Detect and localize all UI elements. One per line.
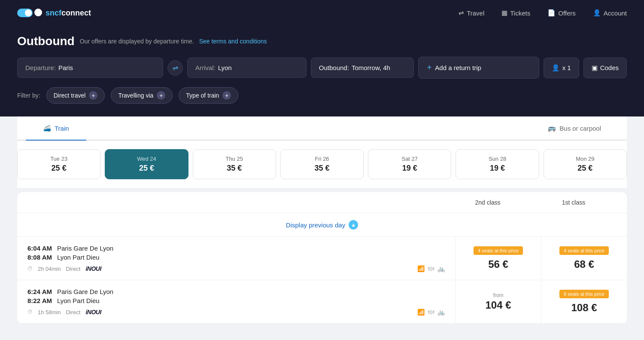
train-times-1: 6:24 AM Paris Gare De Lyon 8:22 AM Lyon …: [27, 288, 445, 304]
date-card-3[interactable]: Fri 26 35 €: [280, 149, 364, 179]
arrival-value: Lyon: [218, 64, 232, 71]
filter-type-of-train[interactable]: Type of train +: [179, 87, 238, 104]
tickets-icon: ▦: [501, 9, 507, 17]
search-bar: Departure: Paris ⇌ Arrival: Lyon Outboun…: [17, 57, 627, 79]
price-2nd-cell-0[interactable]: 4 seats at this price 56 €: [455, 237, 541, 280]
outbound-label: Outbound:: [319, 64, 349, 71]
arrive-time-1: 8:22 AM: [27, 297, 52, 304]
nav-offers[interactable]: 📄 Offers: [547, 9, 576, 17]
codes-label: Codes: [600, 64, 619, 71]
arrival-field[interactable]: Arrival: Lyon: [187, 58, 307, 78]
date-price-1: 25 €: [110, 164, 182, 173]
codes-button[interactable]: ▣ Codes: [583, 58, 627, 78]
train-amenities-1: 📶 🍽 🚲: [417, 309, 445, 315]
outbound-value: Tomorrow, 4h: [352, 64, 390, 71]
date-card-2[interactable]: Thu 25 35 €: [193, 149, 276, 179]
date-card-5[interactable]: Sun 28 19 €: [456, 149, 539, 179]
train-brand-1: iNOUI: [85, 309, 101, 315]
price-2nd-amount-0: 56 €: [488, 258, 508, 270]
nav-offers-label: Offers: [558, 9, 576, 17]
train-info-1: 6:24 AM Paris Gare De Lyon 8:22 AM Lyon …: [17, 280, 455, 323]
date-price-4: 19 €: [374, 164, 446, 173]
nav-account-label: Account: [604, 9, 627, 17]
passengers-count: x 1: [562, 64, 571, 71]
add-return-plus-icon: +: [427, 63, 432, 72]
price-2nd-cell-1[interactable]: from 104 €: [455, 280, 541, 323]
depart-time-0: 6:04 AM: [27, 245, 52, 252]
results-container: 2nd class 1st class Display previous day…: [17, 192, 627, 324]
swap-button[interactable]: ⇌: [167, 60, 183, 76]
logo-sncf: sncf: [46, 9, 61, 17]
tab-train[interactable]: 🚄 Train: [26, 116, 86, 141]
filter-via-plus-icon: +: [157, 91, 165, 100]
bus-tab-icon: 🚌: [548, 124, 556, 132]
display-previous-day[interactable]: Display previous day ▲: [17, 213, 627, 237]
departure-label: Departure:: [25, 64, 56, 71]
passengers-button[interactable]: 👤 x 1: [544, 58, 579, 78]
date-day-3: Fri 26: [286, 156, 358, 162]
account-icon: 👤: [593, 9, 601, 17]
class-1st-header: 1st class: [531, 199, 617, 206]
arrive-station-0: Lyon Part Dieu: [57, 254, 100, 261]
filter-type-label: Type of train: [186, 92, 219, 99]
nav-travel[interactable]: ⇌ Travel: [459, 9, 484, 17]
codes-icon: ▣: [592, 64, 598, 72]
date-card-0[interactable]: Tue 23 25 €: [17, 149, 100, 179]
date-price-3: 35 €: [286, 164, 358, 173]
price-2nd-amount-1: 104 €: [485, 299, 511, 311]
results-header: 2nd class 1st class: [17, 192, 627, 213]
date-card-6[interactable]: Mon 29 25 €: [544, 149, 627, 179]
trip-col-header: [27, 199, 445, 206]
tab-bus[interactable]: 🚌 Bus or carpool: [531, 116, 618, 141]
arrive-time-0: 8:08 AM: [27, 254, 52, 261]
seats-badge-2nd-0: 4 seats at this price: [474, 246, 523, 255]
train-amenities-0: 📶 🍽 🚲: [417, 265, 445, 272]
page-title: Outbound: [17, 34, 75, 48]
date-card-4[interactable]: Sat 27 19 €: [368, 149, 451, 179]
train-meta-1: ⏱ 1h 58min Direct iNOUI 📶 🍽 🚲: [27, 309, 445, 315]
offers-icon: 📄: [547, 9, 556, 17]
price-1st-amount-0: 68 €: [574, 258, 594, 270]
date-price-0: 25 €: [23, 164, 95, 173]
train-row-0: 6:04 AM Paris Gare De Lyon 8:08 AM Lyon …: [17, 237, 627, 280]
add-return-button[interactable]: + Add a return trip: [418, 57, 539, 79]
prev-day-icon: ▲: [349, 220, 358, 230]
passenger-icon: 👤: [552, 64, 560, 72]
filter-travelling-via[interactable]: Travelling via +: [111, 87, 173, 104]
train-info-0: 6:04 AM Paris Gare De Lyon 8:08 AM Lyon …: [17, 237, 455, 280]
arrive-row-0: 8:08 AM Lyon Part Dieu: [27, 254, 445, 261]
date-price-2: 35 €: [198, 164, 270, 173]
logo-text: sncfconnect: [46, 9, 91, 18]
price-1st-cell-0[interactable]: 4 seats at this price 68 €: [541, 237, 627, 280]
direct-1: Direct: [66, 309, 80, 315]
subtitle: Our offers are displayed by departure ti…: [80, 38, 194, 45]
train-brand-0: iNOUI: [85, 265, 101, 272]
price-1st-amount-1: 108 €: [571, 302, 597, 314]
filter-direct-travel[interactable]: Direct travel +: [46, 87, 105, 104]
train-rows: 6:04 AM Paris Gare De Lyon 8:08 AM Lyon …: [17, 237, 627, 324]
nav-travel-label: Travel: [467, 9, 484, 17]
filter-via-label: Travelling via: [118, 92, 153, 99]
filter-type-plus-icon: +: [222, 91, 231, 100]
bike-icon-0: 🚲: [437, 265, 445, 272]
nav-tickets[interactable]: ▦ Tickets: [501, 9, 530, 17]
date-card-1[interactable]: Wed 24 25 €: [105, 149, 188, 179]
nav-account[interactable]: 👤 Account: [593, 9, 627, 17]
class-2nd-header: 2nd class: [445, 199, 531, 206]
depart-station-0: Paris Gare De Lyon: [57, 245, 113, 252]
nav-links: ⇌ Travel ▦ Tickets 📄 Offers 👤 Account: [459, 9, 627, 17]
arrive-row-1: 8:22 AM Lyon Part Dieu: [27, 297, 445, 304]
clock-icon-0: ⏱: [27, 266, 33, 272]
seats-badge-1st-1: 9 seats at this price: [559, 290, 609, 298]
outbound-date-field[interactable]: Outbound: Tomorrow, 4h: [311, 58, 414, 78]
date-price-6: 25 €: [549, 164, 621, 173]
bus-tab-label: Bus or carpool: [559, 125, 601, 132]
arrival-label: Arrival:: [195, 64, 216, 71]
travel-icon: ⇌: [459, 9, 464, 17]
price-1st-cell-1[interactable]: 9 seats at this price 108 €: [541, 280, 627, 323]
filter-direct-label: Direct travel: [54, 92, 86, 99]
filter-direct-plus-icon: +: [89, 91, 97, 100]
departure-field[interactable]: Departure: Paris: [17, 58, 163, 78]
terms-link[interactable]: See terms and conditions: [199, 38, 267, 45]
dining-icon-0: 🍽: [428, 265, 434, 272]
